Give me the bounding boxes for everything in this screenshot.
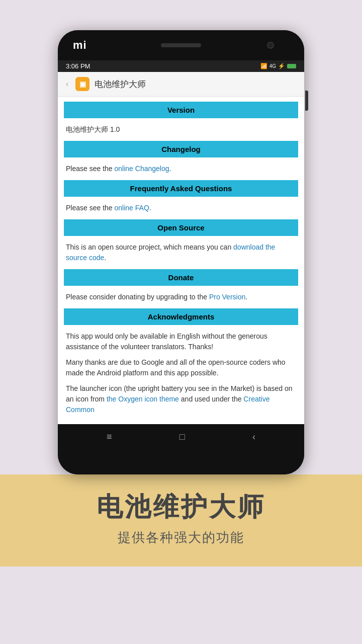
version-header: Version xyxy=(64,102,298,118)
version-content: 电池维护大师 1.0 xyxy=(64,121,298,140)
faq-suffix: . xyxy=(149,204,151,212)
app-icon: ▣ xyxy=(75,77,89,91)
app-title: 电池维护大师 xyxy=(95,78,146,90)
oxygen-link[interactable]: the Oxygen icon theme xyxy=(107,395,179,403)
changelog-content: Please see the online Changelog. xyxy=(64,160,298,179)
faq-link[interactable]: online FAQ xyxy=(115,204,149,212)
phone-speaker xyxy=(161,43,201,47)
app-header: ‹ ▣ 电池维护大师 xyxy=(58,72,304,97)
phone-bottom-nav: ≡ □ ‹ xyxy=(58,424,304,449)
acknowledgments-content: This app would only be available in Engl… xyxy=(64,328,298,420)
back-arrow-icon[interactable]: ‹ xyxy=(66,79,68,89)
donate-link[interactable]: Pro Version xyxy=(209,293,245,301)
opensource-header: Open Source xyxy=(64,219,298,236)
battery-icon-symbol: ▣ xyxy=(79,80,86,88)
battery-icon xyxy=(287,64,296,68)
phone-camera xyxy=(267,42,274,49)
opensource-prefix: This is an open source project, which me… xyxy=(66,243,233,251)
app-content: Version 电池维护大师 1.0 Changelog Please see … xyxy=(58,97,304,424)
ack-para2: Many thanks are due to Google and all of… xyxy=(66,357,296,378)
content-scroll: Version 电池维护大师 1.0 Changelog Please see … xyxy=(58,97,304,424)
phone-side-button xyxy=(305,91,308,111)
wifi-icon: 📶 xyxy=(260,63,267,69)
opensource-content: This is an open source project, which me… xyxy=(64,239,298,268)
status-time: 3:06 PM xyxy=(66,62,90,70)
bottom-label-section: 电池维护大师 提供各种强大的功能 xyxy=(0,474,362,567)
opensource-suffix: . xyxy=(104,254,106,262)
bottom-app-title: 电池维护大师 xyxy=(10,490,352,525)
square-nav-icon[interactable]: □ xyxy=(179,432,185,442)
donate-header: Donate xyxy=(64,269,298,286)
status-bar: 3:06 PM 📶 4G ⚡ xyxy=(58,60,304,72)
status-right: 📶 4G ⚡ xyxy=(260,63,296,69)
changelog-prefix: Please see the xyxy=(66,165,115,173)
changelog-header: Changelog xyxy=(64,141,298,157)
faq-header: Frequently Asked Questions xyxy=(64,180,298,197)
acknowledgments-header: Acknowledgments xyxy=(64,308,298,325)
faq-prefix: Please see the xyxy=(66,204,115,212)
faq-content: Please see the online FAQ. xyxy=(64,200,298,218)
signal-text: 4G xyxy=(269,63,276,69)
charging-icon: ⚡ xyxy=(278,63,285,69)
donate-suffix: . xyxy=(245,293,247,301)
phone-top-bar: mi xyxy=(58,30,304,60)
donate-prefix: Please consider donating by upgrading to… xyxy=(66,293,209,301)
ack-para3-middle: and used under the xyxy=(179,395,243,403)
phone-bottom-bar xyxy=(58,449,304,474)
ack-para1: This app would only be available in Engl… xyxy=(66,331,296,352)
bottom-app-subtitle: 提供各种强大的功能 xyxy=(10,529,352,546)
changelog-suffix: . xyxy=(169,165,171,173)
changelog-link[interactable]: online Changelog xyxy=(115,165,169,173)
ack-para3: The launcher icon (the upright battery y… xyxy=(66,383,296,415)
phone-shell: mi 3:06 PM 📶 4G ⚡ ‹ ▣ 电池维护大师 Version 电池维… xyxy=(58,30,304,474)
menu-nav-icon[interactable]: ≡ xyxy=(107,432,112,442)
donate-content: Please consider donating by upgrading to… xyxy=(64,289,298,307)
version-text: 电池维护大师 1.0 xyxy=(66,125,120,133)
mi-logo: mi xyxy=(73,39,87,52)
back-nav-icon[interactable]: ‹ xyxy=(252,432,255,442)
